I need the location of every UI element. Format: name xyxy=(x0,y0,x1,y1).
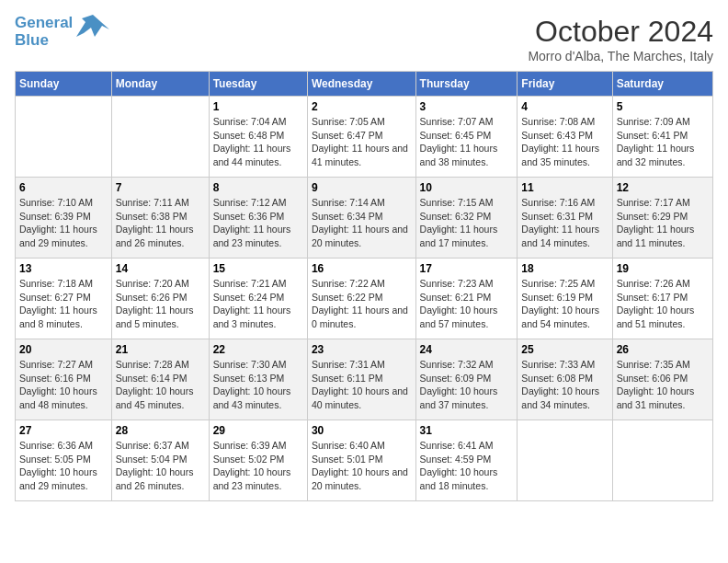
logo-bird-icon xyxy=(76,11,109,40)
calendar-week-2: 6Sunrise: 7:10 AMSunset: 6:39 PMDaylight… xyxy=(16,178,713,259)
day-number: 20 xyxy=(19,343,108,356)
day-info: Sunrise: 7:18 AMSunset: 6:27 PMDaylight:… xyxy=(19,277,108,331)
column-header-sunday: Sunday xyxy=(16,72,112,97)
calendar-cell: 19Sunrise: 7:26 AMSunset: 6:17 PMDayligh… xyxy=(612,259,712,339)
day-info: Sunrise: 7:25 AMSunset: 6:19 PMDaylight:… xyxy=(521,277,608,331)
day-number: 22 xyxy=(213,343,303,356)
day-number: 18 xyxy=(521,262,608,275)
calendar-cell: 5Sunrise: 7:09 AMSunset: 6:41 PMDaylight… xyxy=(612,97,712,178)
day-info: Sunrise: 7:26 AMSunset: 6:17 PMDaylight:… xyxy=(617,277,709,331)
day-info: Sunrise: 7:10 AMSunset: 6:39 PMDaylight:… xyxy=(19,196,108,250)
day-info: Sunrise: 6:39 AMSunset: 5:02 PMDaylight:… xyxy=(213,439,303,493)
calendar-week-1: 1Sunrise: 7:04 AMSunset: 6:48 PMDaylight… xyxy=(16,97,713,178)
calendar-cell: 3Sunrise: 7:07 AMSunset: 6:45 PMDaylight… xyxy=(415,97,518,178)
day-number: 24 xyxy=(420,343,514,356)
calendar-cell: 6Sunrise: 7:10 AMSunset: 6:39 PMDaylight… xyxy=(16,178,112,259)
day-number: 26 xyxy=(617,343,709,356)
title-block: October 2024 Morro d'Alba, The Marches, … xyxy=(528,15,713,63)
column-header-saturday: Saturday xyxy=(612,72,712,97)
logo: General Blue xyxy=(15,15,109,49)
calendar-cell xyxy=(16,97,112,178)
calendar-cell: 28Sunrise: 6:37 AMSunset: 5:04 PMDayligh… xyxy=(111,420,209,501)
day-number: 19 xyxy=(617,262,709,275)
calendar-cell: 13Sunrise: 7:18 AMSunset: 6:27 PMDayligh… xyxy=(16,259,112,339)
calendar-cell: 8Sunrise: 7:12 AMSunset: 6:36 PMDaylight… xyxy=(209,178,307,259)
calendar-cell xyxy=(111,97,209,178)
day-info: Sunrise: 7:15 AMSunset: 6:32 PMDaylight:… xyxy=(420,196,514,250)
day-info: Sunrise: 7:35 AMSunset: 6:06 PMDaylight:… xyxy=(617,358,709,412)
day-number: 12 xyxy=(617,181,709,194)
day-number: 17 xyxy=(420,262,514,275)
day-info: Sunrise: 7:32 AMSunset: 6:09 PMDaylight:… xyxy=(420,358,514,412)
day-number: 27 xyxy=(19,424,108,437)
day-info: Sunrise: 7:11 AMSunset: 6:38 PMDaylight:… xyxy=(116,196,205,250)
calendar-cell: 2Sunrise: 7:05 AMSunset: 6:47 PMDaylight… xyxy=(307,97,415,178)
day-info: Sunrise: 7:04 AMSunset: 6:48 PMDaylight:… xyxy=(213,115,303,169)
calendar-cell: 12Sunrise: 7:17 AMSunset: 6:29 PMDayligh… xyxy=(612,178,712,259)
day-number: 29 xyxy=(213,424,303,437)
day-number: 4 xyxy=(521,100,608,113)
calendar-cell: 21Sunrise: 7:28 AMSunset: 6:14 PMDayligh… xyxy=(111,339,209,420)
page-header: General Blue October 2024 Morro d'Alba, … xyxy=(15,15,713,63)
calendar-cell: 29Sunrise: 6:39 AMSunset: 5:02 PMDayligh… xyxy=(209,420,307,501)
day-info: Sunrise: 7:12 AMSunset: 6:36 PMDaylight:… xyxy=(213,196,303,250)
calendar-cell: 27Sunrise: 6:36 AMSunset: 5:05 PMDayligh… xyxy=(16,420,112,501)
calendar-cell: 9Sunrise: 7:14 AMSunset: 6:34 PMDaylight… xyxy=(307,178,415,259)
column-header-tuesday: Tuesday xyxy=(209,72,307,97)
calendar-cell: 15Sunrise: 7:21 AMSunset: 6:24 PMDayligh… xyxy=(209,259,307,339)
calendar-header-row: SundayMondayTuesdayWednesdayThursdayFrid… xyxy=(16,72,713,97)
calendar-cell: 17Sunrise: 7:23 AMSunset: 6:21 PMDayligh… xyxy=(415,259,518,339)
day-info: Sunrise: 7:33 AMSunset: 6:08 PMDaylight:… xyxy=(521,358,608,412)
day-info: Sunrise: 7:14 AMSunset: 6:34 PMDaylight:… xyxy=(312,196,412,250)
calendar-table: SundayMondayTuesdayWednesdayThursdayFrid… xyxy=(15,71,713,501)
day-number: 9 xyxy=(312,181,412,194)
day-info: Sunrise: 7:20 AMSunset: 6:26 PMDaylight:… xyxy=(116,277,205,331)
calendar-cell: 30Sunrise: 6:40 AMSunset: 5:01 PMDayligh… xyxy=(307,420,415,501)
calendar-cell: 26Sunrise: 7:35 AMSunset: 6:06 PMDayligh… xyxy=(612,339,712,420)
day-info: Sunrise: 7:30 AMSunset: 6:13 PMDaylight:… xyxy=(213,358,303,412)
calendar-cell: 22Sunrise: 7:30 AMSunset: 6:13 PMDayligh… xyxy=(209,339,307,420)
day-info: Sunrise: 7:08 AMSunset: 6:43 PMDaylight:… xyxy=(521,115,608,169)
column-header-monday: Monday xyxy=(111,72,209,97)
day-info: Sunrise: 7:27 AMSunset: 6:16 PMDaylight:… xyxy=(19,358,108,412)
day-info: Sunrise: 7:16 AMSunset: 6:31 PMDaylight:… xyxy=(521,196,608,250)
svg-marker-0 xyxy=(76,15,109,37)
day-info: Sunrise: 6:36 AMSunset: 5:05 PMDaylight:… xyxy=(19,439,108,493)
day-info: Sunrise: 7:17 AMSunset: 6:29 PMDaylight:… xyxy=(617,196,709,250)
calendar-cell: 31Sunrise: 6:41 AMSunset: 4:59 PMDayligh… xyxy=(415,420,518,501)
day-number: 16 xyxy=(312,262,412,275)
calendar-cell: 16Sunrise: 7:22 AMSunset: 6:22 PMDayligh… xyxy=(307,259,415,339)
day-info: Sunrise: 7:05 AMSunset: 6:47 PMDaylight:… xyxy=(312,115,412,169)
calendar-cell: 18Sunrise: 7:25 AMSunset: 6:19 PMDayligh… xyxy=(518,259,612,339)
calendar-week-3: 13Sunrise: 7:18 AMSunset: 6:27 PMDayligh… xyxy=(16,259,713,339)
calendar-cell xyxy=(612,420,712,501)
calendar-cell: 1Sunrise: 7:04 AMSunset: 6:48 PMDaylight… xyxy=(209,97,307,178)
day-number: 5 xyxy=(617,100,709,113)
day-number: 14 xyxy=(116,262,205,275)
day-number: 6 xyxy=(19,181,108,194)
day-info: Sunrise: 7:31 AMSunset: 6:11 PMDaylight:… xyxy=(312,358,412,412)
day-info: Sunrise: 6:41 AMSunset: 4:59 PMDaylight:… xyxy=(420,439,514,493)
calendar-cell: 25Sunrise: 7:33 AMSunset: 6:08 PMDayligh… xyxy=(518,339,612,420)
day-info: Sunrise: 7:28 AMSunset: 6:14 PMDaylight:… xyxy=(116,358,205,412)
calendar-cell xyxy=(518,420,612,501)
day-number: 25 xyxy=(521,343,608,356)
day-info: Sunrise: 6:37 AMSunset: 5:04 PMDaylight:… xyxy=(116,439,205,493)
day-info: Sunrise: 7:22 AMSunset: 6:22 PMDaylight:… xyxy=(312,277,412,331)
day-info: Sunrise: 7:23 AMSunset: 6:21 PMDaylight:… xyxy=(420,277,514,331)
day-info: Sunrise: 6:40 AMSunset: 5:01 PMDaylight:… xyxy=(312,439,412,493)
day-info: Sunrise: 7:21 AMSunset: 6:24 PMDaylight:… xyxy=(213,277,303,331)
calendar-cell: 23Sunrise: 7:31 AMSunset: 6:11 PMDayligh… xyxy=(307,339,415,420)
day-number: 23 xyxy=(312,343,412,356)
column-header-wednesday: Wednesday xyxy=(307,72,415,97)
column-header-thursday: Thursday xyxy=(415,72,518,97)
day-number: 28 xyxy=(116,424,205,437)
calendar-cell: 11Sunrise: 7:16 AMSunset: 6:31 PMDayligh… xyxy=(518,178,612,259)
calendar-cell: 4Sunrise: 7:08 AMSunset: 6:43 PMDaylight… xyxy=(518,97,612,178)
location-subtitle: Morro d'Alba, The Marches, Italy xyxy=(528,49,713,63)
calendar-cell: 20Sunrise: 7:27 AMSunset: 6:16 PMDayligh… xyxy=(16,339,112,420)
day-number: 30 xyxy=(312,424,412,437)
day-number: 8 xyxy=(213,181,303,194)
day-number: 11 xyxy=(521,181,608,194)
day-number: 2 xyxy=(312,100,412,113)
